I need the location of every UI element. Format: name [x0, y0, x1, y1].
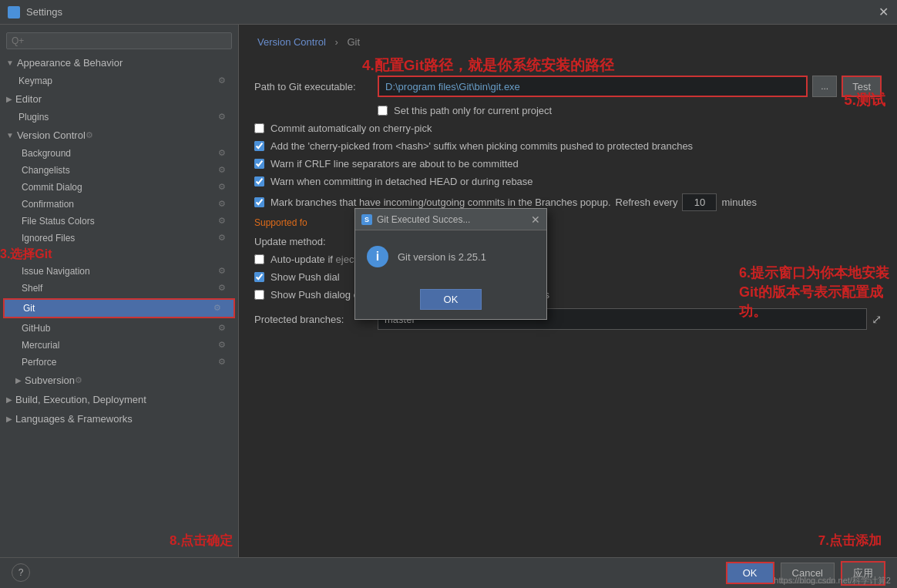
warn-crlf-label: Warn if CRLF line separators are about t…	[270, 158, 519, 170]
sidebar-item-background[interactable]: Background ⚙	[0, 145, 238, 162]
sidebar-item-github[interactable]: GitHub ⚙	[0, 320, 238, 337]
warn-head-row: Warn when committing in detached HEAD or…	[254, 176, 882, 187]
settings-icon: ⚙	[218, 283, 229, 294]
mark-branches-checkbox[interactable]	[254, 197, 264, 207]
sidebar-item-label: Keymap	[18, 76, 52, 86]
breadcrumb-part1: Version Control	[257, 36, 326, 48]
sidebar-item-label: Version Control	[17, 129, 86, 141]
sidebar-item-label: Issue Navigation	[22, 266, 90, 277]
dialog-app-icon: S	[361, 214, 372, 225]
search-bar	[0, 29, 238, 53]
settings-icon: ⚙	[218, 357, 229, 368]
sidebar-item-confirmation[interactable]: Confirmation ⚙	[0, 196, 238, 213]
update-method-row: Update method:	[254, 236, 882, 247]
warn-crlf-row: Warn if CRLF line separators are about t…	[254, 158, 882, 170]
settings-icon: ⚙	[213, 303, 224, 314]
git-path-input[interactable]	[378, 76, 808, 97]
settings-icon: ⚙	[86, 130, 96, 141]
sidebar-item-label: Ignored Files	[22, 233, 75, 244]
annotation-top: 4.配置Git路径，就是你系统安装的路径	[362, 55, 889, 76]
sidebar-item-label: Background	[22, 148, 71, 159]
help-button[interactable]: ?	[12, 563, 30, 582]
sidebar-item-mercurial[interactable]: Mercurial ⚙	[0, 337, 238, 354]
sidebar-item-label: Build, Execution, Deployment	[15, 394, 146, 405]
protected-row: Protected branches: ⤢	[254, 308, 882, 330]
auto-update-checkbox[interactable]	[254, 254, 264, 264]
sidebar-item-file-status[interactable]: File Status Colors ⚙	[0, 213, 238, 230]
show-push-row: Show Push dial	[254, 271, 882, 283]
commit-cherry-checkbox[interactable]	[254, 123, 264, 133]
sidebar-item-keymap[interactable]: Keymap ⚙	[0, 72, 238, 89]
annotation-3: 3.选择Git	[0, 247, 52, 263]
sidebar-item-version-control[interactable]: ▼ Version Control ⚙	[0, 126, 238, 145]
sidebar-item-languages[interactable]: ▶ Languages & Frameworks	[0, 409, 238, 428]
title-bar: Settings ✕	[0, 0, 897, 25]
git-success-dialog[interactable]: S Git Executed Succes... ✕ i Git version…	[354, 208, 547, 320]
sidebar-item-editor[interactable]: ▶ Editor	[0, 89, 238, 109]
breadcrumb: Version Control › Git	[254, 36, 882, 48]
sidebar-item-label: Appearance & Behavior	[17, 57, 123, 69]
cherry-suffix-label: Add the 'cherry-picked from <hash>' suff…	[270, 140, 693, 152]
test-button[interactable]: Test	[842, 76, 882, 97]
show-push-full-checkbox[interactable]	[254, 290, 264, 300]
content-area: Version Control › Git 4.配置Git路径，就是你系统安装的…	[239, 25, 897, 557]
dots-button[interactable]: ...	[812, 76, 837, 97]
auto-update-label: Auto-update if ejected	[270, 254, 368, 265]
settings-icon: ⚙	[218, 148, 229, 159]
sidebar-item-label: Shelf	[22, 283, 42, 294]
sidebar-item-subversion[interactable]: ▶ Subversion ⚙	[0, 371, 238, 390]
sidebar-item-label: Subversion	[25, 375, 75, 386]
sidebar-item-label: Editor	[15, 93, 42, 105]
arrow-icon: ▼	[6, 131, 14, 139]
breadcrumb-separator: ›	[335, 36, 341, 48]
sidebar-item-label: Perforce	[22, 357, 56, 368]
sidebar-item-issue-navigation[interactable]: Issue Navigation ⚙	[0, 263, 238, 280]
sidebar-item-label: Changelists	[22, 165, 70, 176]
arrow-icon: ▶	[15, 376, 22, 385]
warn-head-label: Warn when committing in detached HEAD or…	[270, 176, 533, 187]
sidebar-item-shelf[interactable]: Shelf ⚙	[0, 280, 238, 297]
refresh-minutes-input[interactable]	[682, 193, 717, 211]
sidebar-item-git[interactable]: Git ⚙	[3, 298, 235, 318]
svg-point-0	[10, 8, 18, 16]
sidebar-item-plugins[interactable]: Plugins ⚙	[0, 109, 238, 126]
sidebar-item-ignored-files[interactable]: Ignored Files ⚙	[0, 230, 238, 247]
mark-branches-label: Mark branches that have incoming/outgoin…	[270, 197, 611, 208]
sidebar-item-label: Confirmation	[22, 199, 74, 210]
dialog-title-bar: S Git Executed Succes... ✕	[355, 209, 546, 230]
sidebar-item-changelists[interactable]: Changelists ⚙	[0, 162, 238, 179]
sidebar-item-label: Commit Dialog	[22, 182, 82, 193]
sidebar-item-appearance[interactable]: ▼ Appearance & Behavior	[0, 53, 238, 72]
close-button[interactable]: ✕	[877, 6, 889, 18]
search-input[interactable]	[6, 32, 232, 49]
dialog-message: Git version is 2.25.1	[398, 251, 486, 263]
sidebar-item-label: Languages & Frameworks	[15, 413, 133, 425]
settings-icon: ⚙	[218, 323, 229, 334]
refresh-label: Refresh every	[616, 197, 678, 208]
sidebar-item-perforce[interactable]: Perforce ⚙	[0, 354, 238, 371]
sidebar-item-commit-dialog[interactable]: Commit Dialog ⚙	[0, 179, 238, 196]
warn-head-checkbox[interactable]	[254, 176, 264, 186]
dialog-footer: OK	[355, 283, 546, 319]
sidebar-item-build[interactable]: ▶ Build, Execution, Deployment	[0, 390, 238, 409]
arrow-icon: ▶	[6, 395, 12, 404]
dialog-close-button[interactable]: ✕	[531, 213, 540, 226]
expand-button[interactable]: ⤢	[872, 312, 882, 327]
cherry-suffix-checkbox[interactable]	[254, 141, 264, 151]
commit-cherry-row: Commit automatically on cherry-pick	[254, 123, 882, 134]
set-path-checkbox[interactable]	[378, 106, 388, 116]
auto-update-row: Auto-update if ejected	[254, 254, 882, 265]
arrow-icon: ▶	[6, 415, 12, 423]
info-icon: i	[367, 246, 388, 267]
ok-button[interactable]: OK	[726, 562, 774, 584]
settings-icon: ⚙	[218, 216, 229, 227]
bottom-bar: ? 8.点击确定 7.点击添加 OK Cancel 应用	[0, 557, 897, 588]
path-row: Path to Git executable: ... Test	[254, 76, 882, 97]
show-push-checkbox[interactable]	[254, 272, 264, 282]
settings-icon: ⚙	[218, 340, 229, 351]
settings-icon: ⚙	[75, 375, 86, 386]
sidebar-item-label: GitHub	[22, 323, 50, 334]
settings-icon: ⚙	[218, 112, 229, 123]
dialog-ok-button[interactable]: OK	[420, 289, 482, 310]
warn-crlf-checkbox[interactable]	[254, 159, 264, 169]
